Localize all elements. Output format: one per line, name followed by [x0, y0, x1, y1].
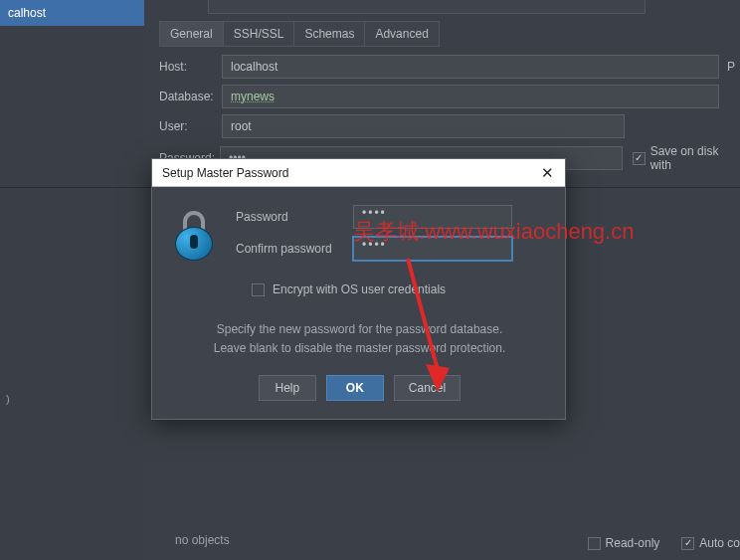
top-field-stub [208, 0, 646, 14]
port-label-stub: P [727, 60, 735, 74]
close-icon[interactable]: ✕ [537, 164, 557, 182]
tab-ssh-ssl[interactable]: SSH/SSL [224, 22, 295, 46]
auto-commit-checkbox[interactable]: Auto co [681, 536, 740, 550]
status-text: no objects [175, 533, 230, 547]
sidebar-item-localhost[interactable]: calhost [0, 0, 144, 26]
database-value: mynews [231, 90, 275, 103]
ok-button[interactable]: OK [326, 375, 384, 401]
tab-schemas[interactable]: Schemas [294, 22, 365, 46]
auto-commit-label: Auto co [699, 536, 740, 550]
master-password-dialog: Setup Master Password ✕ Password •••• Co… [151, 158, 566, 420]
dlg-help-text: Specify the new password for the passwor… [170, 320, 549, 357]
user-input[interactable]: root [222, 114, 625, 138]
encrypt-checkbox[interactable]: Encrypt with OS user credentials [273, 282, 446, 296]
dlg-confirm-label: Confirm password [236, 242, 353, 256]
config-tabs: General SSH/SSL Schemas Advanced [159, 21, 440, 47]
user-label: User: [159, 119, 222, 133]
dlg-password-input[interactable]: •••• [353, 205, 512, 229]
host-input[interactable]: localhost [222, 55, 719, 79]
save-on-disk-checkbox[interactable]: Save on disk with [633, 144, 740, 172]
readonly-label: Read-only [606, 536, 660, 550]
readonly-checkbox[interactable]: Read-only [588, 536, 660, 550]
dialog-titlebar[interactable]: Setup Master Password ✕ [152, 159, 565, 187]
save-on-disk-label: Save on disk with [650, 144, 740, 172]
host-label: Host: [159, 60, 222, 74]
dlg-confirm-input[interactable]: •••• [353, 237, 512, 261]
cancel-button[interactable]: Cancel [394, 375, 461, 401]
dialog-title: Setup Master Password [162, 166, 288, 180]
tab-general[interactable]: General [160, 22, 224, 46]
database-label: Database: [159, 90, 222, 103]
checkbox-icon [588, 537, 601, 550]
footer-options: Read-only Auto co [578, 536, 740, 550]
database-input[interactable]: mynews [222, 85, 719, 108]
checkmark-icon [681, 537, 694, 550]
checkmark-icon [633, 152, 646, 165]
help-button[interactable]: Help [259, 375, 316, 401]
tab-advanced[interactable]: Advanced [365, 22, 438, 46]
sidebar: calhost ) [0, 0, 144, 560]
lock-icon [170, 205, 218, 261]
dlg-password-label: Password [236, 210, 353, 224]
encrypt-checkbox-icon [252, 283, 265, 296]
sidebar-collapse-marker: ) [6, 393, 10, 405]
